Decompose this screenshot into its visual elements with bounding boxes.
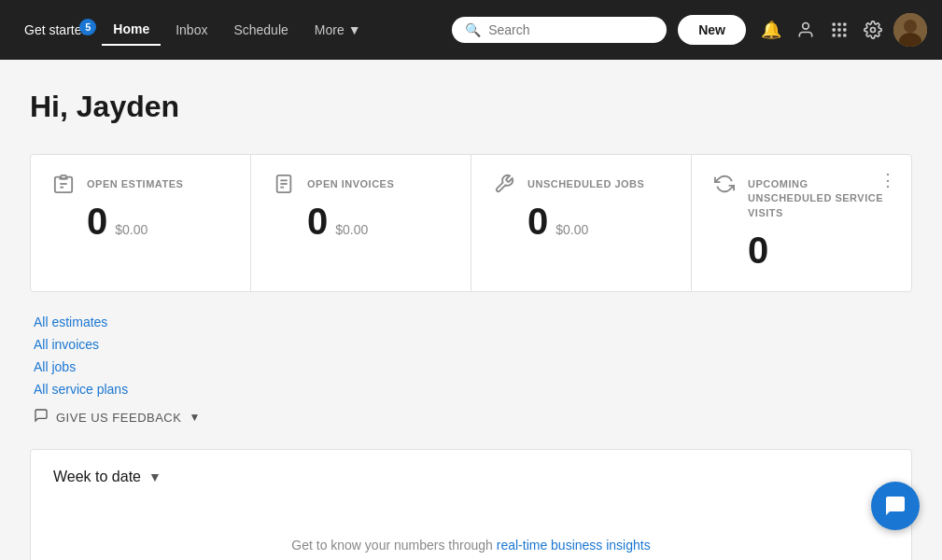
open-estimates-label: OPEN ESTIMATES <box>53 177 228 191</box>
svg-rect-6 <box>843 28 846 31</box>
link-all-service-plans[interactable]: All service plans <box>34 382 908 397</box>
search-input[interactable] <box>488 22 654 37</box>
new-button[interactable]: New <box>678 15 746 45</box>
svg-rect-8 <box>837 34 840 36</box>
apps-icon[interactable] <box>826 17 852 43</box>
more-label: More <box>315 22 344 37</box>
stats-row: OPEN ESTIMATES 0 $0.00 OPEN INVOICES 0 $… <box>30 154 912 292</box>
svg-rect-4 <box>833 28 836 31</box>
svg-rect-9 <box>843 34 846 36</box>
service-visits-value-row: 0 <box>714 231 889 269</box>
feedback-icon <box>34 408 49 427</box>
open-estimates-money: $0.00 <box>115 222 148 237</box>
week-to-date-card: Week to date ▼ Get to know your numbers … <box>30 449 912 560</box>
clipboard-icon <box>53 174 74 200</box>
nav-inbox[interactable]: Inbox <box>164 15 218 45</box>
navbar: Get started 5 Home Inbox Schedule More ▼… <box>0 0 942 60</box>
svg-rect-3 <box>843 23 846 26</box>
link-all-jobs[interactable]: All jobs <box>34 359 908 374</box>
link-all-estimates[interactable]: All estimates <box>34 315 908 329</box>
svg-rect-1 <box>833 23 836 26</box>
invoice-icon <box>274 174 294 200</box>
svg-rect-5 <box>837 28 840 31</box>
service-visits-number: 0 <box>748 231 768 269</box>
open-estimates-value-row: 0 $0.00 <box>53 203 228 240</box>
open-invoices-value-row: 0 $0.00 <box>274 203 448 240</box>
svg-rect-7 <box>833 34 836 36</box>
insight-link[interactable]: real-time business insights <box>497 538 651 553</box>
open-invoices-money: $0.00 <box>335 222 368 237</box>
more-options-icon[interactable]: ⋮ <box>879 170 896 190</box>
nav-more[interactable]: More ▼ <box>303 15 373 45</box>
avatar[interactable] <box>893 13 927 47</box>
stat-open-invoices: OPEN INVOICES 0 $0.00 <box>251 155 471 291</box>
settings-icon[interactable] <box>860 17 886 43</box>
week-chevron-icon[interactable]: ▼ <box>148 469 162 484</box>
stat-unscheduled-jobs: UNSCHEDULED JOBS 0 $0.00 <box>471 155 692 291</box>
more-chevron-icon: ▼ <box>348 22 361 37</box>
insight-text: Get to know your numbers through <box>291 538 496 553</box>
link-all-invoices[interactable]: All invoices <box>34 337 908 352</box>
feedback-label: GIVE US FEEDBACK <box>56 411 181 425</box>
open-estimates-number: 0 <box>87 203 107 240</box>
nav-get-started[interactable]: Get started 5 <box>15 15 98 45</box>
main-content: Hi, Jayden OPEN ESTIMATES 0 $0.00 <box>0 60 942 560</box>
open-invoices-label: OPEN INVOICES <box>274 177 448 191</box>
week-label: Week to date <box>53 469 141 485</box>
nav-icons: 🔔 <box>757 13 927 47</box>
avatar-image <box>893 13 927 47</box>
greeting: Hi, Jayden <box>30 90 912 124</box>
nav-home[interactable]: Home <box>102 14 161 46</box>
open-invoices-number: 0 <box>307 203 328 240</box>
feedback-chevron-icon: ▼ <box>189 411 200 424</box>
svg-point-0 <box>803 23 809 30</box>
links-section: All estimates All invoices All jobs All … <box>30 315 912 427</box>
nav-schedule[interactable]: Schedule <box>222 15 299 45</box>
week-insight: Get to know your numbers through real-ti… <box>53 500 889 560</box>
get-started-badge: 5 <box>79 19 96 35</box>
unscheduled-jobs-number: 0 <box>527 203 548 240</box>
chat-button[interactable] <box>871 482 920 530</box>
wrench-icon <box>494 174 514 200</box>
svg-point-10 <box>871 28 876 33</box>
person-icon[interactable] <box>793 17 819 43</box>
unscheduled-jobs-label: UNSCHEDULED JOBS <box>494 177 668 191</box>
feedback-row[interactable]: GIVE US FEEDBACK ▼ <box>34 408 908 427</box>
service-visits-label: UPCOMING UNSCHEDULED SERVICE VISITS <box>714 177 889 220</box>
svg-rect-2 <box>837 23 840 26</box>
stat-open-estimates: OPEN ESTIMATES 0 $0.00 <box>31 155 251 291</box>
unscheduled-jobs-money: $0.00 <box>555 222 588 237</box>
search-bar[interactable]: 🔍 <box>452 17 667 43</box>
unscheduled-jobs-value-row: 0 $0.00 <box>494 203 668 240</box>
notification-icon[interactable]: 🔔 <box>757 16 785 44</box>
refresh-icon <box>714 174 735 200</box>
week-header: Week to date ▼ <box>53 469 889 485</box>
svg-point-12 <box>904 20 917 33</box>
search-icon: 🔍 <box>465 22 481 37</box>
stat-service-visits: UPCOMING UNSCHEDULED SERVICE VISITS 0 ⋮ <box>692 155 911 291</box>
